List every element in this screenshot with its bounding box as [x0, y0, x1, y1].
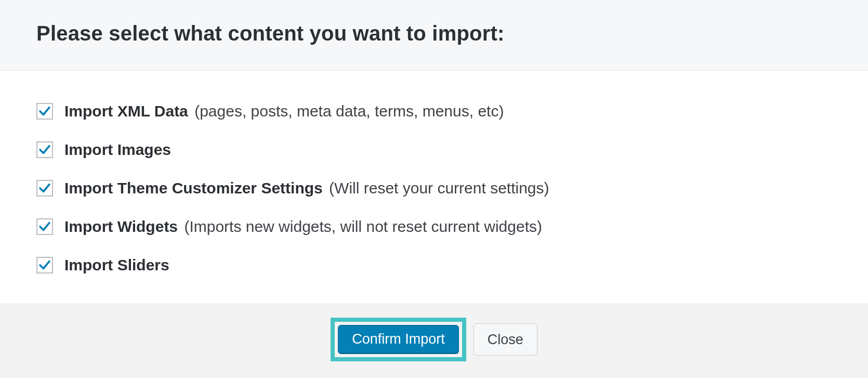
option-label: Import Theme Customizer Settings (Will r…	[64, 179, 549, 198]
checkbox-sliders[interactable]	[36, 257, 53, 273]
check-icon	[38, 258, 51, 272]
import-options-list: Import XML Data (pages, posts, meta data…	[0, 71, 868, 303]
check-icon	[38, 220, 51, 233]
option-label-text: Import Sliders	[64, 256, 169, 273]
checkbox-widgets[interactable]	[36, 218, 53, 235]
option-hint-text: (pages, posts, meta data, terms, menus, …	[194, 102, 504, 120]
option-label: Import XML Data (pages, posts, meta data…	[64, 102, 504, 121]
dialog-footer: Confirm Import Close	[0, 303, 868, 378]
close-button[interactable]: Close	[474, 323, 537, 356]
option-widgets: Import Widgets (Imports new widgets, wil…	[36, 217, 832, 236]
option-xml-data: Import XML Data (pages, posts, meta data…	[36, 102, 832, 121]
confirm-highlight: Confirm Import	[331, 318, 466, 361]
confirm-import-button[interactable]: Confirm Import	[338, 325, 459, 354]
option-label-text: Import Widgets	[64, 218, 178, 235]
option-label-text: Import Theme Customizer Settings	[64, 179, 323, 197]
checkbox-xml-data[interactable]	[36, 103, 53, 120]
option-label: Import Sliders	[64, 256, 172, 275]
footer-buttons: Confirm Import Close	[331, 318, 537, 361]
option-sliders: Import Sliders	[36, 256, 832, 275]
checkbox-customizer[interactable]	[36, 180, 53, 197]
dialog-title: Please select what content you want to i…	[36, 22, 832, 45]
option-label-text: Import XML Data	[64, 102, 188, 120]
option-hint-text: (Will reset your current settings)	[329, 179, 549, 197]
dialog-header: Please select what content you want to i…	[0, 0, 868, 71]
option-label: Import Widgets (Imports new widgets, wil…	[64, 217, 542, 236]
option-label: Import Images	[64, 140, 173, 159]
option-hint-text: (Imports new widgets, will not reset cur…	[184, 218, 542, 235]
check-icon	[38, 181, 51, 195]
checkbox-images[interactable]	[36, 141, 53, 158]
option-customizer: Import Theme Customizer Settings (Will r…	[36, 179, 832, 198]
option-label-text: Import Images	[64, 141, 171, 158]
check-icon	[38, 104, 51, 118]
option-images: Import Images	[36, 140, 832, 159]
check-icon	[38, 143, 51, 156]
